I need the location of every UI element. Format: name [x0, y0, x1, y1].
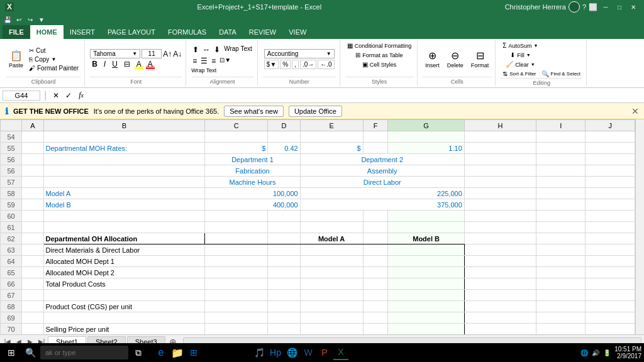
- redo-icon[interactable]: ↪: [25, 14, 35, 25]
- update-office-button[interactable]: Update Office: [289, 106, 342, 117]
- hp-support-icon[interactable]: Hp: [268, 345, 283, 360]
- cell-d65[interactable]: [268, 267, 300, 278]
- cell-a63[interactable]: [22, 244, 43, 256]
- cell-b58[interactable]: Model A: [43, 188, 205, 199]
- cell-d60[interactable]: [268, 211, 300, 222]
- cell-f67[interactable]: [363, 290, 388, 301]
- cell-g54[interactable]: [388, 131, 464, 143]
- cell-g55[interactable]: 1.10: [388, 143, 464, 154]
- align-bottom-icon[interactable]: ⬇: [213, 45, 221, 55]
- cell-i63[interactable]: [536, 244, 585, 256]
- col-header-f[interactable]: F: [363, 120, 388, 131]
- cell-j61[interactable]: [586, 222, 635, 233]
- restore-btn[interactable]: □: [614, 1, 625, 13]
- cell-h66[interactable]: [464, 278, 536, 290]
- cell-i58[interactable]: [536, 188, 585, 199]
- cell-c66[interactable]: [205, 278, 268, 290]
- underline-button[interactable]: U: [110, 59, 119, 69]
- autosum-button[interactable]: Σ AutoSum ▼: [501, 41, 540, 50]
- cell-a55[interactable]: [22, 143, 43, 154]
- col-header-h[interactable]: H: [464, 120, 536, 131]
- cell-b55[interactable]: Departmental MOH Rates:: [43, 143, 205, 154]
- cell-e64[interactable]: [300, 256, 363, 267]
- cell-j68[interactable]: [586, 301, 635, 312]
- decrease-decimal-button[interactable]: ←.0: [318, 60, 334, 69]
- cell-j58[interactable]: [586, 188, 635, 199]
- font-shrink-icon[interactable]: A↓: [173, 50, 182, 58]
- cell-b67[interactable]: [43, 290, 205, 301]
- cancel-formula-icon[interactable]: ✕: [50, 90, 62, 101]
- cell-d68[interactable]: [268, 301, 300, 312]
- cell-i65[interactable]: [536, 267, 585, 278]
- clock[interactable]: 10:51 PM 2/9/2017: [614, 346, 641, 359]
- cell-c57[interactable]: Machine Hours: [205, 177, 300, 188]
- ribbon-display-icon[interactable]: ⬜: [589, 3, 597, 11]
- store-icon[interactable]: ⊞: [186, 345, 201, 360]
- cell-g69[interactable]: [388, 312, 464, 324]
- cell-j65[interactable]: [586, 267, 635, 278]
- cell-i60[interactable]: [536, 211, 585, 222]
- undo-icon[interactable]: ↩: [14, 14, 24, 25]
- col-header-i[interactable]: I: [536, 120, 585, 131]
- conditional-formatting-button[interactable]: ▦ Conditional Formatting: [345, 41, 414, 50]
- battery-icon[interactable]: 🔋: [603, 349, 611, 356]
- cell-d70[interactable]: [268, 324, 300, 335]
- explorer-icon[interactable]: 📁: [170, 345, 185, 360]
- help-icon[interactable]: ?: [582, 3, 586, 11]
- cell-d69[interactable]: [268, 312, 300, 324]
- cell-j70[interactable]: [586, 324, 635, 335]
- cell-e57[interactable]: Direct Labor: [300, 177, 464, 188]
- format-table-button[interactable]: ⊞ Format as Table: [353, 51, 404, 59]
- cell-c64[interactable]: [205, 256, 268, 267]
- tab-home[interactable]: HOME: [30, 25, 64, 39]
- volume-icon[interactable]: 🔊: [592, 349, 599, 356]
- cell-a56[interactable]: [22, 154, 43, 165]
- cell-h58[interactable]: [464, 188, 536, 199]
- cell-i55[interactable]: [536, 143, 585, 154]
- clear-button[interactable]: 🧹 Clear ▼: [504, 60, 536, 69]
- cell-g66[interactable]: [388, 278, 464, 290]
- cell-g61[interactable]: [388, 222, 464, 233]
- cell-f64[interactable]: [363, 256, 388, 267]
- cell-a66[interactable]: [22, 278, 43, 290]
- edge-icon[interactable]: e: [153, 345, 169, 360]
- cell-i67[interactable]: [536, 290, 585, 301]
- customize-quick-access-icon[interactable]: ▼: [36, 14, 47, 25]
- cell-c58[interactable]: 100,000: [205, 188, 300, 199]
- cell-h68[interactable]: [464, 301, 536, 312]
- cell-c63[interactable]: [205, 244, 268, 256]
- cell-c60[interactable]: [205, 211, 268, 222]
- name-box[interactable]: [3, 90, 40, 101]
- cell-g70[interactable]: [388, 324, 464, 335]
- cell-c55[interactable]: $: [205, 143, 268, 154]
- cell-b57[interactable]: [43, 177, 205, 188]
- cell-i64[interactable]: [536, 256, 585, 267]
- save-icon[interactable]: 💾: [3, 14, 13, 25]
- powerpoint-icon[interactable]: P: [317, 345, 332, 360]
- confirm-formula-icon[interactable]: ✓: [63, 90, 74, 101]
- cell-a59[interactable]: [22, 199, 43, 211]
- tab-file[interactable]: FILE: [3, 25, 30, 39]
- cell-d55[interactable]: 0.42: [268, 143, 300, 154]
- cell-e65[interactable]: [300, 267, 363, 278]
- cell-a61[interactable]: [22, 222, 43, 233]
- cell-d64[interactable]: [268, 256, 300, 267]
- cell-e67[interactable]: [300, 290, 363, 301]
- font-color-button[interactable]: A: [146, 59, 155, 69]
- cell-b56b[interactable]: [43, 165, 205, 177]
- col-header-g[interactable]: G: [388, 120, 464, 131]
- settings-icon[interactable]: ⚙: [219, 345, 234, 360]
- cell-c61[interactable]: [205, 222, 268, 233]
- cell-c67[interactable]: [205, 290, 268, 301]
- cell-d63[interactable]: [268, 244, 300, 256]
- cell-e66[interactable]: [300, 278, 363, 290]
- cell-h60[interactable]: [464, 211, 536, 222]
- cut-button[interactable]: ✂ Cut: [27, 47, 80, 55]
- align-center-icon[interactable]: ☰: [199, 56, 209, 66]
- col-header-c[interactable]: C: [205, 120, 268, 131]
- cell-f70[interactable]: [363, 324, 388, 335]
- cell-f54[interactable]: [363, 131, 388, 143]
- wrap-text-button[interactable]: Wrap Text: [223, 45, 253, 55]
- format-painter-button[interactable]: 🖌 Format Painter: [27, 64, 80, 72]
- cell-a58[interactable]: [22, 188, 43, 199]
